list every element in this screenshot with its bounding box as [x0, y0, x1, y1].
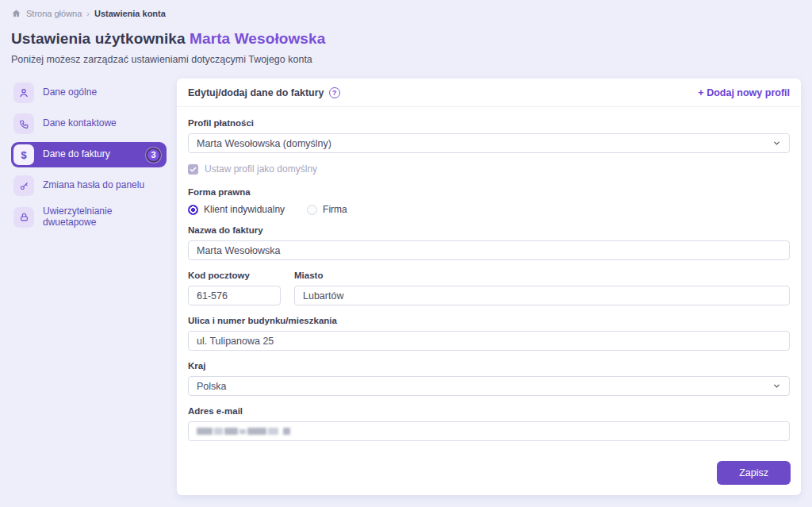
email-label: Adres e-mail: [188, 406, 790, 416]
content-row: Dane ogólne Dane kontaktowe $ Dane do fa…: [11, 79, 801, 495]
invoice-count-badge: 3: [146, 148, 161, 163]
user-icon: [13, 83, 34, 103]
checkbox-checked-icon[interactable]: [188, 164, 198, 175]
settings-sidebar: Dane ogólne Dane kontaktowe $ Dane do fa…: [11, 79, 167, 236]
breadcrumb-current: Ustawienia konta: [94, 9, 166, 18]
sidebar-item-label: Dane ogólne: [43, 87, 97, 98]
panel-title-text: Edytuj/dodaj dane do faktury: [188, 87, 324, 98]
city-label: Miasto: [294, 271, 790, 280]
postal-code-group: Kod pocztowy: [188, 271, 281, 305]
key-icon: [13, 175, 34, 196]
city-input[interactable]: [294, 286, 790, 305]
invoice-name-group: Nazwa do faktury: [188, 225, 790, 260]
city-group: Miasto: [294, 271, 790, 305]
panel-body: Profil płatności Marta Wesołowska (domyś…: [177, 107, 801, 451]
street-input[interactable]: [188, 331, 790, 351]
default-profile-checkbox-row: Ustaw profil jako domyślny: [188, 163, 790, 175]
breadcrumb-separator: ›: [86, 9, 90, 18]
country-select[interactable]: Polska: [188, 376, 790, 396]
save-button[interactable]: Zapisz: [717, 461, 791, 485]
breadcrumb-home-link[interactable]: Strona główna: [26, 9, 82, 18]
page-subtitle: Poniżej możesz zarządzać ustawieniami do…: [11, 54, 801, 65]
postal-city-row: Kod pocztowy Miasto: [188, 271, 790, 316]
payment-profile-group: Profil płatności Marta Wesołowska (domyś…: [188, 118, 790, 153]
payment-profile-select[interactable]: Marta Wesołowska (domyślny): [188, 133, 790, 153]
radio-label: Firma: [323, 204, 347, 215]
dollar-icon: $: [13, 144, 34, 165]
radio-individual-client[interactable]: Klient indywidualny: [188, 204, 285, 215]
radio-label: Klient indywidualny: [204, 204, 285, 215]
postal-code-input[interactable]: [188, 286, 281, 305]
page-title-username: Marta Wesołowska: [190, 30, 325, 47]
panel-title: Edytuj/dodaj dane do faktury ?: [188, 87, 340, 98]
panel-header: Edytuj/dodaj dane do faktury ? + Dodaj n…: [177, 79, 801, 107]
street-group: Ulica i numer budynku/mieszkania: [188, 316, 790, 351]
invoice-data-panel: Edytuj/dodaj dane do faktury ? + Dodaj n…: [177, 79, 801, 495]
country-group: Kraj Polska: [188, 361, 790, 396]
street-label: Ulica i numer budynku/mieszkania: [188, 316, 790, 325]
country-label: Kraj: [188, 361, 790, 371]
email-group: Adres e-mail: [188, 406, 790, 441]
sidebar-item-label: Dane do faktury: [43, 149, 110, 160]
page-title-prefix: Ustawienia użytkownika: [11, 30, 190, 47]
country-value: Polska: [197, 381, 227, 392]
breadcrumb: Strona główna › Ustawienia konta: [11, 9, 801, 18]
invoice-name-input[interactable]: [188, 240, 790, 260]
sidebar-item-general-data[interactable]: Dane ogólne: [11, 80, 167, 106]
phone-icon: [13, 113, 34, 134]
legal-form-options: Klient indywidualny Firma: [188, 204, 790, 215]
help-icon[interactable]: ?: [329, 87, 340, 98]
postal-code-label: Kod pocztowy: [188, 271, 281, 280]
legal-form-group: Forma prawna Klient indywidualny Firma: [188, 187, 790, 215]
sidebar-item-label: Zmiana hasła do panelu: [43, 180, 144, 191]
add-new-profile-button[interactable]: + Dodaj nowy profil: [698, 87, 790, 98]
sidebar-item-contact-data[interactable]: Dane kontaktowe: [11, 111, 167, 136]
account-settings-page: Strona główna › Ustawienia konta Ustawie…: [0, 0, 812, 495]
chevron-down-icon: [772, 382, 781, 390]
default-profile-checkbox-label: Ustaw profil jako domyślny: [205, 163, 317, 175]
page-title: Ustawienia użytkownika Marta Wesołowska: [11, 30, 801, 48]
chevron-down-icon: [772, 139, 781, 148]
sidebar-item-two-factor[interactable]: Uwierzytelnianie dwuetapowe: [11, 204, 167, 231]
sidebar-item-change-password[interactable]: Zmiana hasła do panelu: [11, 173, 167, 198]
home-icon[interactable]: [11, 9, 21, 18]
radio-unselected-icon: [307, 205, 317, 215]
email-input[interactable]: [188, 421, 790, 441]
sidebar-item-invoice-data[interactable]: $ Dane do faktury 3: [11, 142, 167, 167]
radio-selected-icon: [188, 205, 198, 215]
payment-profile-value: Marta Wesołowska (domyślny): [197, 138, 331, 149]
legal-form-label: Forma prawna: [188, 187, 790, 197]
lock-icon: [13, 207, 34, 228]
invoice-name-label: Nazwa do faktury: [188, 225, 790, 235]
radio-company[interactable]: Firma: [307, 204, 347, 215]
panel-footer: Zapisz: [177, 451, 801, 495]
sidebar-item-label: Dane kontaktowe: [43, 118, 117, 129]
payment-profile-label: Profil płatności: [188, 118, 790, 128]
sidebar-item-label: Uwierzytelnianie dwuetapowe: [43, 206, 161, 229]
email-redacted-value: [197, 428, 290, 435]
